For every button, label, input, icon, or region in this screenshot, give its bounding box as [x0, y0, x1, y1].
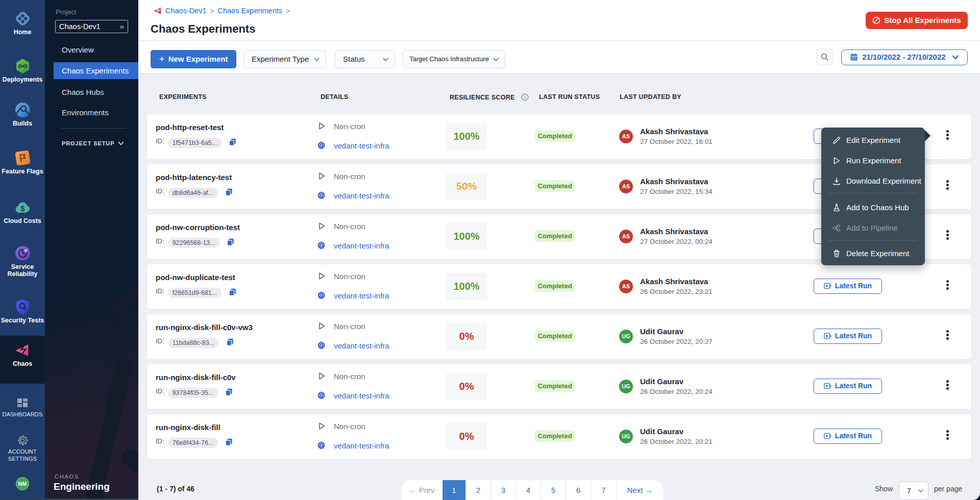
- svg-text:$: $: [20, 205, 24, 213]
